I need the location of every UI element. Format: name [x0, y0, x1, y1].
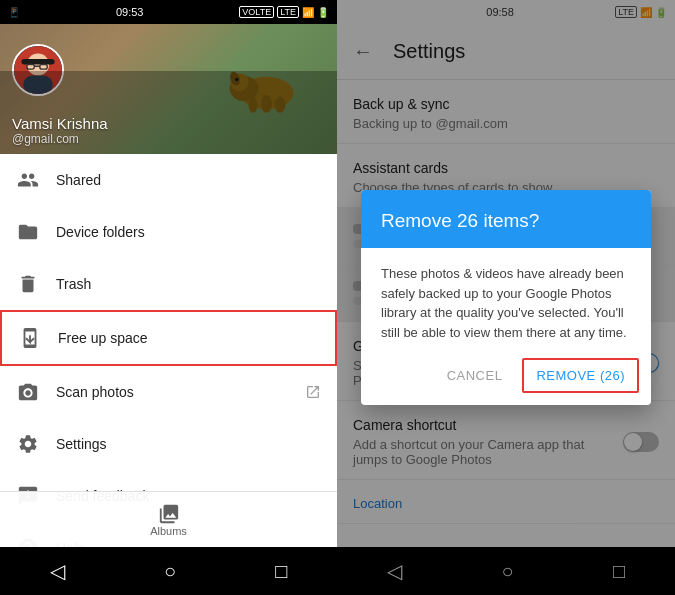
trash-icon — [16, 272, 40, 296]
dialog-actions: CANCEL REMOVE (26) — [361, 350, 651, 405]
bottom-nav-left: ◁ ○ □ — [0, 547, 337, 595]
sidebar-item-device-folders[interactable]: Device folders — [0, 206, 337, 258]
profile-header: Vamsi Krishna @gmail.com — [0, 24, 337, 154]
profile-name: Vamsi Krishna — [12, 115, 325, 132]
albums-label: Albums — [150, 525, 187, 537]
home-nav-icon[interactable]: ○ — [164, 560, 176, 583]
status-bar-left: 📱 09:53 VOLTE LTE 📶 🔋 — [0, 0, 337, 24]
gear-icon — [16, 432, 40, 456]
status-left-right-icons: VOLTE LTE 📶 🔋 — [239, 6, 329, 18]
remove-button[interactable]: REMOVE (26) — [522, 358, 639, 393]
dialog-title: Remove 26 items? — [381, 210, 631, 232]
scan-icon — [16, 380, 40, 404]
device-folders-label: Device folders — [56, 224, 321, 240]
nav-list: Shared Device folders Trash Free up spac… — [0, 154, 337, 547]
free-space-label: Free up space — [58, 330, 319, 346]
shared-label: Shared — [56, 172, 321, 188]
sidebar-item-shared[interactable]: Shared — [0, 154, 337, 206]
profile-info: Vamsi Krishna @gmail.com — [0, 71, 337, 154]
remove-items-dialog: Remove 26 items? These photos & videos h… — [361, 190, 651, 405]
back-nav-icon[interactable]: ◁ — [50, 559, 65, 583]
svg-rect-11 — [21, 59, 54, 65]
albums-bar[interactable]: Albums — [0, 491, 337, 547]
albums-icon — [158, 503, 180, 525]
status-left-time: 09:53 — [116, 6, 144, 18]
recents-nav-icon[interactable]: □ — [275, 560, 287, 583]
settings-nav-label: Settings — [56, 436, 321, 452]
sidebar-item-settings[interactable]: Settings — [0, 418, 337, 470]
sidebar-item-trash[interactable]: Trash — [0, 258, 337, 310]
profile-email: @gmail.com — [12, 132, 325, 146]
person-icon — [16, 168, 40, 192]
status-left-icons: 📱 — [8, 7, 20, 18]
right-panel: 09:58 LTE 📶 🔋 ← Settings Back up & sync … — [337, 0, 675, 595]
folder-icon — [16, 220, 40, 244]
sidebar-item-free-space[interactable]: Free up space — [0, 310, 337, 366]
cancel-button[interactable]: CANCEL — [435, 358, 515, 393]
trash-label: Trash — [56, 276, 321, 292]
dialog-message: These photos & videos have already been … — [381, 264, 631, 342]
scan-photos-label: Scan photos — [56, 384, 305, 400]
dialog-header: Remove 26 items? — [361, 190, 651, 248]
left-panel: 📱 09:53 VOLTE LTE 📶 🔋 — [0, 0, 337, 595]
external-link-icon — [305, 384, 321, 400]
dialog-overlay: Remove 26 items? These photos & videos h… — [337, 0, 675, 595]
free-space-icon — [18, 326, 42, 350]
sidebar-item-scan-photos[interactable]: Scan photos — [0, 366, 337, 418]
dialog-body: These photos & videos have already been … — [361, 248, 651, 350]
